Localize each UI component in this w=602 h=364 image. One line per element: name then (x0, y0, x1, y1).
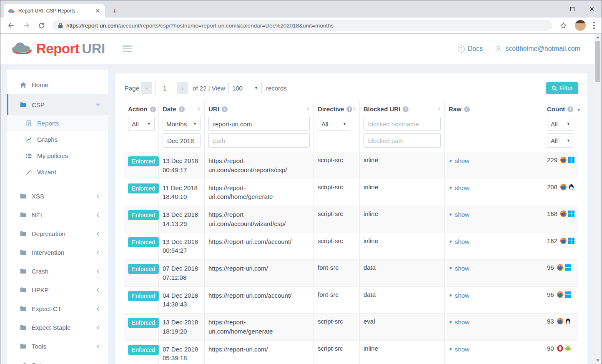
tab-close-icon[interactable]: ✕ (94, 7, 101, 15)
sidebar-item-hpkp[interactable]: HPKP (7, 281, 108, 299)
directive-cell: script-src (314, 233, 360, 260)
info-icon[interactable]: i (464, 106, 470, 112)
sidebar-item-wizard[interactable]: Wizard (7, 164, 108, 180)
sidebar-item-csp[interactable]: CSP (7, 94, 108, 115)
date-filter-input[interactable] (163, 133, 201, 148)
sort-desc-icon[interactable]: ▼ (577, 108, 581, 112)
action-badge: Enforced (128, 345, 159, 355)
column-header-action: Actioni All▼ (124, 101, 159, 152)
sort-icon[interactable]: ▲▼ (197, 106, 201, 111)
sort-icon[interactable]: ▲▼ (306, 106, 310, 111)
window-maximize-button[interactable] (562, 0, 582, 18)
sidebar-item-nel[interactable]: NEL (7, 206, 108, 224)
sidebar-item-setup[interactable]: Setup (7, 356, 108, 364)
page-scrollbar[interactable] (594, 34, 601, 364)
sidebar-item-expect-ct[interactable]: Expect-CT (7, 299, 108, 318)
table-row: Enforced 13 Dec 201800:49:17 https://rep… (124, 152, 578, 179)
android-icon (564, 345, 572, 352)
blocked-uri-cell: inline (360, 206, 445, 233)
blocked-hostname-input[interactable] (364, 117, 441, 131)
show-raw-link[interactable]: ▼show (449, 184, 469, 191)
list-icon (25, 153, 32, 159)
folder-icon (20, 286, 27, 294)
show-raw-link[interactable]: ▼show (449, 319, 469, 326)
show-raw-link[interactable]: ▼show (449, 346, 469, 353)
bookmark-star-icon[interactable] (557, 20, 569, 31)
table-row: Enforced 13 Dec 201818:19:20 https://rep… (124, 314, 578, 341)
info-icon[interactable]: i (403, 106, 409, 112)
document-icon (25, 120, 32, 127)
date-unit-select[interactable]: Months▼ (163, 117, 201, 131)
back-button[interactable] (5, 20, 17, 31)
column-header-raw: Rawi (445, 101, 543, 152)
account-link[interactable]: scotthelme@hotmail.com (494, 45, 580, 53)
directive-filter-select[interactable]: All▼ (318, 117, 350, 131)
info-icon[interactable]: i (150, 106, 156, 112)
records-per-page-select[interactable]: 100▼ (228, 82, 262, 94)
browser-tab[interactable]: Report URI: CSP Reports ✕ (4, 4, 105, 18)
sidebar-item-deprecation[interactable]: Deprecation (7, 224, 108, 243)
next-page-button[interactable]: › (177, 82, 188, 94)
scroll-down-icon[interactable] (596, 359, 599, 361)
show-raw-link[interactable]: ▼show (449, 238, 469, 245)
count-cell: 229 (547, 156, 574, 163)
show-raw-link[interactable]: ▼show (449, 211, 469, 218)
folder-icon (20, 324, 27, 331)
windows-icon (568, 237, 575, 244)
hamburger-menu-icon[interactable] (123, 45, 132, 52)
logo-uri-text: URI (82, 41, 105, 56)
info-icon[interactable]: i (346, 106, 352, 112)
count-cell: 93 (547, 318, 574, 325)
count-filter-select-1[interactable]: All▼ (547, 117, 574, 131)
forward-button[interactable] (20, 20, 32, 31)
blocked-path-input[interactable] (364, 133, 441, 148)
prev-page-button[interactable]: ‹ (141, 82, 152, 94)
sidebar-item-graphs[interactable]: Graphs (7, 131, 108, 148)
show-raw-link[interactable]: ▼show (449, 292, 469, 299)
page-number-input[interactable] (155, 82, 174, 94)
pagination-bar: Page ‹ › of 22 | View 100▼ records Filte… (125, 82, 578, 94)
window-close-button[interactable]: ✕ (582, 0, 602, 18)
uri-cell: https://report-uri.com/ (205, 341, 314, 364)
sidebar-item-tools[interactable]: Tools (7, 337, 108, 356)
sidebar-item-expect-staple[interactable]: Expect-Staple (7, 318, 108, 337)
show-raw-link[interactable]: ▼show (449, 265, 469, 272)
window-minimize-button[interactable] (543, 0, 562, 18)
profile-avatar[interactable] (575, 20, 586, 31)
sort-icon[interactable]: ▲▼ (352, 106, 356, 111)
sidebar-item-my-policies[interactable]: My policies (7, 148, 108, 164)
blocked-uri-cell: data (360, 260, 445, 286)
url-bar[interactable]: https://report-uri.com/account/reports/c… (52, 20, 552, 31)
action-filter-select[interactable]: All▼ (128, 117, 155, 131)
sort-icon[interactable]: ▲▼ (437, 106, 441, 111)
sidebar-item-reports[interactable]: Reports (7, 115, 108, 131)
action-badge: Enforced (128, 237, 159, 247)
filter-button[interactable]: Filter (546, 82, 578, 94)
info-icon[interactable]: i (222, 106, 228, 112)
column-header-uri[interactable]: URIi▲▼ (205, 101, 314, 152)
chevron-left-icon (95, 250, 100, 255)
new-tab-button[interactable]: + (110, 6, 120, 16)
sidebar-item-home[interactable]: Home (7, 75, 108, 94)
report-uri-logo[interactable]: ReportURI (11, 41, 105, 57)
date-cell: 04 Dec 201814:38:43 (159, 287, 205, 314)
uri-path-input[interactable] (208, 133, 310, 148)
scroll-up-icon[interactable] (596, 36, 599, 38)
docs-link[interactable]: ? Docs (458, 45, 483, 53)
show-raw-link[interactable]: ▼show (449, 157, 469, 164)
uri-hostname-input[interactable] (208, 117, 310, 131)
browser-menu-icon[interactable] (593, 22, 595, 29)
reload-button[interactable] (35, 20, 47, 31)
sidebar-item-crash[interactable]: Crash (7, 262, 108, 281)
scrollbar-thumb[interactable] (595, 41, 600, 82)
sidebar-item-xss[interactable]: XSS (7, 187, 108, 206)
column-header-directive[interactable]: Directivei▲▼ All▼ (314, 101, 360, 152)
info-icon[interactable]: i (179, 106, 185, 112)
column-header-date[interactable]: Datei▲▼ Months▼ (159, 101, 205, 152)
date-cell: 11 Dec 201818:40:10 (159, 179, 205, 206)
info-icon[interactable]: i (567, 106, 573, 112)
column-header-blocked-uri[interactable]: Blocked URIi▲▼ (360, 101, 445, 152)
count-filter-select-2[interactable]: All▼ (547, 133, 574, 148)
sidebar-item-intervention[interactable]: Intervention (7, 243, 108, 262)
column-header-count[interactable]: Counti▼ All▼ All▼ (543, 101, 578, 152)
